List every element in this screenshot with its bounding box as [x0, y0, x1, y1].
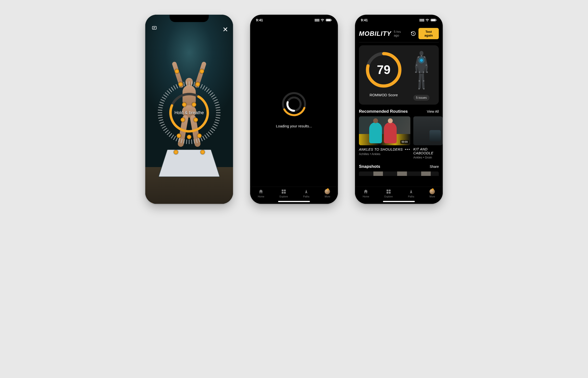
- routine-card[interactable]: KIT AND CABOODLE Ankles • Groin: [413, 116, 443, 159]
- svg-line-21: [215, 120, 219, 121]
- svg-point-79: [281, 91, 307, 118]
- tab-home[interactable]: Home: [258, 189, 264, 198]
- battery-icon: [326, 19, 332, 22]
- view-all-link[interactable]: View All: [427, 109, 439, 113]
- test-again-button[interactable]: Test again: [418, 28, 439, 39]
- svg-point-101: [418, 80, 420, 81]
- routine-thumbnail: [413, 116, 443, 145]
- chat-icon[interactable]: [152, 26, 157, 32]
- pose-dot: [200, 150, 205, 154]
- score-ring: 79: [364, 50, 403, 89]
- svg-line-24: [213, 126, 216, 128]
- tab-more[interactable]: More: [325, 189, 330, 198]
- svg-rect-109: [387, 192, 388, 193]
- svg-line-49: [161, 124, 165, 126]
- kebab-icon[interactable]: •••: [405, 147, 410, 152]
- svg-rect-74: [152, 27, 157, 29]
- svg-line-2: [194, 82, 195, 86]
- svg-line-37: [187, 140, 187, 144]
- wifi-icon: [321, 19, 324, 22]
- svg-line-8: [207, 89, 210, 92]
- svg-rect-88: [436, 20, 437, 21]
- tab-label: More: [429, 195, 435, 198]
- svg-line-22: [214, 122, 219, 123]
- tab-explore[interactable]: Explore: [384, 189, 393, 198]
- pose-dot: [187, 135, 191, 139]
- svg-line-7: [205, 87, 207, 91]
- notch: [170, 15, 209, 22]
- svg-point-95: [416, 64, 417, 66]
- svg-line-52: [158, 117, 163, 118]
- routine-thumbnail: 99:99: [359, 116, 410, 145]
- tab-more[interactable]: More: [429, 189, 435, 198]
- svg-line-67: [176, 84, 178, 88]
- svg-line-45: [167, 132, 170, 135]
- svg-point-103: [418, 88, 419, 89]
- tab-label: Explore: [384, 195, 393, 198]
- svg-line-44: [169, 133, 172, 137]
- tab-label: Paths: [303, 195, 309, 198]
- svg-rect-77: [331, 20, 332, 21]
- svg-line-10: [210, 93, 213, 95]
- svg-line-28: [207, 133, 210, 137]
- tab-explore[interactable]: Explore: [280, 189, 288, 198]
- svg-rect-108: [389, 189, 390, 191]
- svg-point-91: [419, 51, 423, 56]
- tab-home[interactable]: Home: [363, 189, 369, 198]
- divider: [359, 42, 439, 42]
- signal-icon: [420, 19, 424, 22]
- home-indicator: [383, 201, 415, 202]
- svg-point-102: [423, 80, 424, 81]
- tab-label: More: [325, 195, 330, 198]
- svg-point-105: [420, 59, 423, 62]
- svg-line-39: [181, 139, 182, 143]
- svg-point-99: [419, 71, 420, 73]
- tab-paths[interactable]: Paths: [408, 189, 414, 198]
- timestamp: 5 hrs ago: [394, 30, 406, 37]
- svg-line-20: [216, 117, 220, 118]
- notification-dot: [432, 189, 434, 190]
- routine-scroller[interactable]: 99:99 ANKLES TO SHOULDERS ••• Achilles •…: [355, 116, 443, 159]
- svg-line-19: [216, 115, 220, 116]
- snapshots-strip[interactable]: [359, 172, 439, 176]
- svg-line-51: [159, 120, 163, 121]
- svg-line-55: [158, 110, 162, 110]
- pose-dot: [197, 134, 202, 138]
- svg-rect-87: [431, 19, 436, 21]
- pose-dot: [192, 102, 196, 107]
- svg-line-17: [216, 110, 220, 110]
- instruction-text: Hold & breathe: [174, 110, 204, 115]
- svg-point-93: [418, 56, 419, 58]
- svg-line-23: [214, 124, 218, 126]
- svg-line-64: [169, 89, 172, 92]
- body-diagram[interactable]: [412, 50, 431, 92]
- svg-line-38: [184, 139, 185, 144]
- svg-line-47: [163, 128, 167, 131]
- loading-spinner: [281, 91, 307, 118]
- history-icon[interactable]: [411, 31, 416, 36]
- share-link[interactable]: Share: [430, 165, 439, 169]
- svg-line-33: [196, 139, 197, 143]
- close-icon[interactable]: ✕: [222, 26, 228, 34]
- svg-line-57: [159, 105, 163, 106]
- svg-line-6: [203, 85, 205, 89]
- svg-line-48: [162, 126, 166, 128]
- svg-line-71: [187, 81, 187, 86]
- svg-rect-85: [284, 192, 286, 193]
- svg-line-30: [203, 136, 205, 140]
- svg-line-70: [184, 82, 185, 86]
- svg-line-62: [165, 93, 169, 95]
- home-indicator: [278, 201, 310, 202]
- routine-card[interactable]: 99:99 ANKLES TO SHOULDERS ••• Achilles •…: [359, 116, 410, 159]
- svg-line-15: [215, 105, 219, 106]
- svg-line-59: [161, 99, 165, 101]
- svg-rect-76: [326, 19, 331, 21]
- pose-dot: [200, 69, 204, 73]
- pose-dot: [177, 134, 181, 138]
- duration-badge: 99:99: [400, 140, 409, 144]
- issues-badge[interactable]: 5 issues: [413, 95, 429, 101]
- svg-point-96: [426, 64, 427, 66]
- tab-paths[interactable]: Paths: [303, 189, 309, 198]
- camera-background: Hold & breathe: [145, 15, 233, 204]
- svg-line-29: [205, 135, 207, 138]
